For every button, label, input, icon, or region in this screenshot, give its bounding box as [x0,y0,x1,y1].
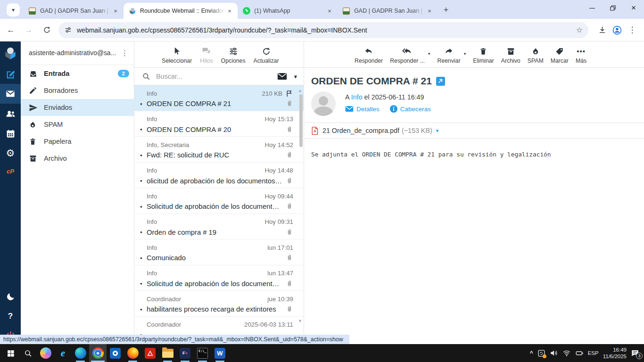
tab-close-button[interactable]: × [225,7,234,15]
compose-button[interactable] [0,64,21,84]
open-in-new-window-button[interactable] [436,77,445,86]
tab-close-button[interactable]: × [111,7,120,15]
clock[interactable]: 16:49 11/6/2025 [603,346,627,360]
message-from: Info [140,115,264,123]
more-button[interactable]: ••• Más [576,46,586,64]
taskbar-internet-explorer-button[interactable]: e [54,344,72,362]
tray-expand-chevron[interactable]: ^ [530,350,533,356]
unread-dot: ● [140,256,147,260]
browser-tab[interactable]: GAD | GADPR San Juan |× [338,3,438,19]
message-list-row[interactable]: Info, SecretariaHoy 14:52●Fwd: RE: solic… [134,137,304,163]
notification-center-button[interactable]: 3 [631,349,639,357]
tab-close-button[interactable]: × [325,7,334,15]
refresh-button[interactable]: Actualizar [254,46,279,64]
profile-button[interactable] [610,23,624,37]
tab-close-button[interactable]: × [425,7,434,15]
settings-nav-button[interactable]: ⚙ [0,143,21,163]
taskbar-firefox-button[interactable] [124,344,141,362]
attachment-name[interactable]: 21 Orden_de_compra.pdf [322,127,399,134]
folder-item-borradores[interactable]: Borradores [21,82,134,99]
reply-all-caret[interactable]: ▾ [428,51,430,56]
message-list-row[interactable]: InfoHoy 09:44●Solicitud de aprobación de… [134,188,304,214]
select-button[interactable]: Seleccionar [162,46,192,64]
taskbar-start-button[interactable] [2,344,19,362]
taskbar-outlook-button[interactable] [107,344,124,362]
message-list-row[interactable]: Infolun 17:01●Comunicado [134,239,304,265]
forward-button[interactable]: → [22,23,36,37]
close-window-button[interactable]: × [623,0,644,16]
cpanel-button[interactable]: cP [0,163,21,179]
taskbar-chrome-button[interactable]: ☻ [89,344,107,362]
list-scrollbar-thumb[interactable] [299,94,303,147]
paperclip-icon [286,305,293,313]
taskbar-word-button[interactable]: W [211,344,229,362]
search-bar[interactable]: Buscar... ▾ [134,68,304,85]
details-link[interactable]: Detalles [345,106,380,113]
reply-all-button[interactable]: Responder ... [390,46,425,64]
message-list-row[interactable]: InfoHoy 09:31●Orden de compra # 19 [134,214,304,240]
message-list-row[interactable]: Infolun 13:47●Solicitud de aprobación de… [134,265,304,291]
sync-tray-icon[interactable] [537,349,545,357]
attachment-menu-caret[interactable]: ▾ [436,128,439,134]
account-menu-button[interactable]: ⋮ [119,49,130,58]
spam-button[interactable]: SPAM [528,46,544,64]
taskbar-search-button[interactable] [19,344,37,362]
bookmark-star-icon[interactable]: ☆ [576,25,583,34]
downloads-button[interactable] [595,23,609,37]
forward-button[interactable]: Reenviar [438,46,461,64]
mail-nav-button[interactable] [0,84,21,104]
options-button[interactable]: Opciones [221,46,246,64]
reply-button[interactable]: Responder [355,46,383,64]
message-list-pane: Seleccionar Hilos [134,41,304,344]
list-scroll-up-arrow[interactable]: ▲ [298,88,302,93]
calendar-nav-button[interactable] [0,123,21,143]
taskbar-acrobat-button[interactable] [141,344,159,362]
headers-link[interactable]: Cabeceras [390,105,431,113]
taskbar-terminal-button[interactable]: C:\_ [194,344,211,362]
address-bar[interactable]: webmail.sanjuan.gob.ec/cpsess0865726561/… [58,22,588,38]
folder-item-papelera[interactable]: Papelera [21,133,134,150]
tab-search-button[interactable]: ▾ [7,3,20,16]
url-text[interactable]: webmail.sanjuan.gob.ec/cpsess0865726561/… [77,26,576,34]
wifi-tray-icon[interactable] [562,349,571,357]
browser-tab[interactable]: Roundcube Webmail :: Enviados× [124,3,238,19]
dark-mode-button[interactable] [0,287,21,306]
language-indicator[interactable]: ESP [588,350,599,356]
browser-menu-button[interactable]: ⋮ [625,23,639,37]
folder-item-entrada[interactable]: Entrada2 [21,65,134,82]
battery-tray-icon[interactable] [575,349,584,357]
taskbar-file-explorer-button[interactable] [159,344,176,362]
threads-button[interactable]: Hilos [200,46,213,64]
mark-button[interactable]: Marcar [551,46,569,64]
browser-tab[interactable]: (1) WhatsApp× [238,3,338,19]
message-list-row[interactable]: InfoHoy 15:13●ORDEN DE COMPRA # 20 [134,111,304,137]
search-options-chevron[interactable]: ▾ [294,73,297,80]
taskbar-edge-button[interactable] [72,344,89,362]
taskbar-copilot-button[interactable] [37,344,54,362]
search-scope-envelope-icon[interactable] [277,73,287,80]
contacts-nav-button[interactable] [0,104,21,123]
help-button[interactable]: ? [0,306,21,326]
archive-button[interactable]: Archivo [501,46,520,64]
folder-item-archivo[interactable]: Archivo [21,150,134,167]
folder-item-spam[interactable]: SPAM [21,116,134,133]
message-list-row[interactable]: Info210 KB●ORDEN DE COMPRA # 21 [134,85,304,111]
forward-icon [444,46,454,56]
new-tab-button[interactable]: + [439,3,453,16]
volume-tray-icon[interactable] [550,349,558,357]
back-button[interactable]: ← [4,23,18,37]
forward-caret[interactable]: ▾ [464,51,466,56]
taskbar-fes-app-button[interactable]: F≡ [176,344,194,362]
contacts-icon [5,108,16,119]
browser-tab[interactable]: GAD | GADPR San Juan |× [24,3,124,19]
delete-button[interactable]: Eliminar [473,46,494,64]
trash-icon [479,46,487,56]
reload-button[interactable] [40,23,54,37]
folder-item-enviados[interactable]: Enviados [21,99,134,116]
restore-button[interactable] [603,0,623,16]
message-list-row[interactable]: InfoHoy 14:48●olicitud de aprobación de … [134,163,304,189]
recipient-link[interactable]: Info [351,93,363,101]
list-scroll-down-arrow[interactable]: ▼ [298,319,302,323]
message-list-row[interactable]: Coordinadorjue 10:39●habilitantes proces… [134,291,304,317]
minimize-button[interactable]: — [582,0,603,16]
